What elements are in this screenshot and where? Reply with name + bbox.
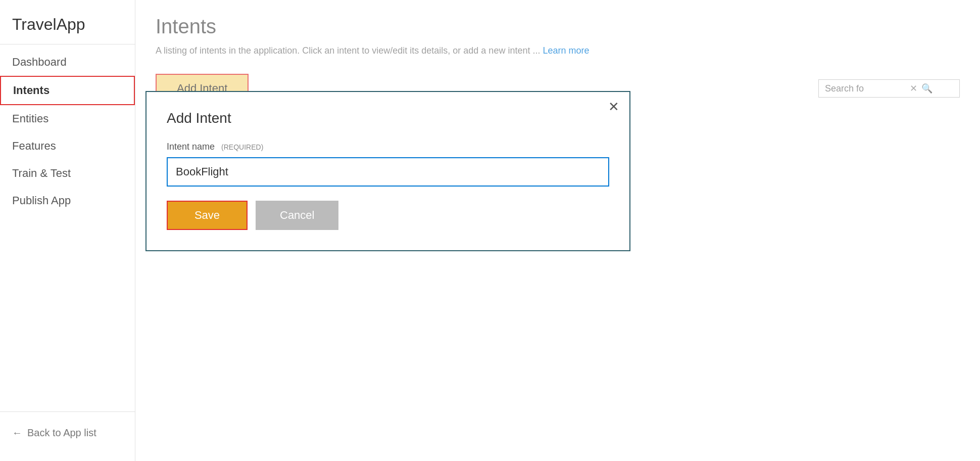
back-to-app-link[interactable]: ← Back to App list	[0, 420, 135, 446]
sidebar-divider-top	[0, 44, 135, 44]
sidebar-item-publish-app[interactable]: Publish App	[0, 187, 135, 214]
sidebar: TravelApp Dashboard Intents Entities Fea…	[0, 0, 135, 461]
dialog-overlay: Add Intent ✕ Intent name (REQUIRED) Save…	[135, 0, 980, 461]
main-content: Intents A listing of intents in the appl…	[135, 0, 980, 461]
app-title: TravelApp	[0, 10, 135, 44]
sidebar-item-dashboard[interactable]: Dashboard	[0, 49, 135, 76]
sidebar-item-entities[interactable]: Entities	[0, 105, 135, 132]
dialog-actions: Save Cancel	[167, 201, 609, 230]
intent-name-input[interactable]	[167, 157, 609, 187]
sidebar-item-features[interactable]: Features	[0, 132, 135, 160]
sidebar-bottom: ← Back to App list	[0, 411, 135, 461]
dialog-title: Add Intent	[167, 110, 609, 126]
sidebar-nav: Dashboard Intents Entities Features Trai…	[0, 49, 135, 411]
required-text: (REQUIRED)	[221, 143, 263, 151]
dialog-close-button[interactable]: ✕	[608, 100, 619, 113]
add-intent-dialog: Add Intent ✕ Intent name (REQUIRED) Save…	[145, 91, 630, 251]
cancel-button[interactable]: Cancel	[256, 201, 338, 230]
sidebar-divider-bottom	[0, 411, 135, 412]
save-button[interactable]: Save	[167, 201, 248, 230]
back-arrow-icon: ←	[12, 427, 22, 439]
intent-name-label: Intent name (REQUIRED)	[167, 142, 609, 152]
sidebar-item-intents[interactable]: Intents	[0, 76, 135, 105]
sidebar-item-train-test[interactable]: Train & Test	[0, 160, 135, 187]
